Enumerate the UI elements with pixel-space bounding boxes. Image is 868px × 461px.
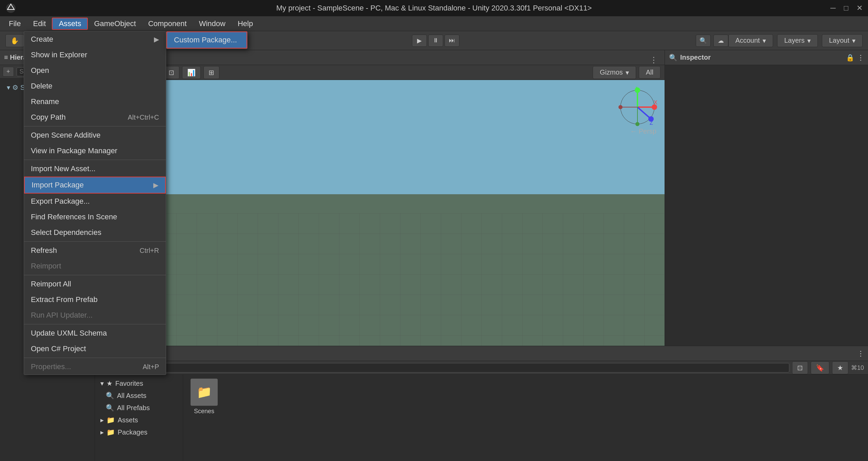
scene-arrow-icon: ▾ [7,83,10,92]
close-button[interactable]: ✕ [856,4,863,13]
persp-label: ← Persp [630,127,656,135]
submenu-custom-package[interactable]: Custom Package... [166,32,247,48]
menu-export-package[interactable]: Export Package... [24,194,166,209]
tree-item-packages[interactable]: ▸ 📁 Packages [95,426,183,438]
separator-4 [24,275,166,275]
menu-copy-path[interactable]: Copy Path Alt+Ctrl+C [24,109,166,125]
svg-text:Z: Z [650,120,653,126]
svg-point-13 [618,105,623,109]
menu-extract-from-prefab[interactable]: Extract From Prefab [24,292,166,307]
separator-1 [24,126,166,126]
properties-shortcut: Alt+P [143,363,159,371]
scenes-folder-icon: 📁 [191,379,218,406]
play-button[interactable]: ▶ [412,35,427,47]
project-star-icon[interactable]: ★ [832,361,848,374]
project-search-input[interactable] [113,363,789,373]
import-new-asset-label: Import New Asset... [31,164,96,173]
account-dropdown[interactable]: Account ▾ [728,34,773,47]
gizmos-label: Gizmos [600,68,623,76]
collab-button[interactable]: 🔍 [696,35,711,47]
delete-label: Delete [31,82,53,91]
menu-item-help[interactable]: Help [232,18,259,30]
svg-text:X: X [654,100,657,105]
view-menu-icon[interactable]: ⋮ [646,55,662,65]
menu-item-edit[interactable]: Edit [27,18,52,30]
toolbar-right: Account ▾ Layers ▾ Layout ▾ [728,34,863,47]
favorites-star-icon: ★ [106,379,113,387]
stats-button[interactable]: 📊 [182,66,201,79]
tree-item-favorites[interactable]: ▾ ★ Favorites [95,377,183,389]
file-item-scenes[interactable]: 📁 Scenes [187,379,221,415]
menu-open[interactable]: Open [24,63,166,78]
select-dependencies-label: Select Dependencies [31,228,101,237]
menu-view-in-package-manager[interactable]: View in Package Manager [24,143,166,159]
project-bookmark-icon[interactable]: 🔖 [811,361,829,374]
menu-update-uxml-schema[interactable]: Update UXML Schema [24,325,166,341]
all-dropdown[interactable]: All [639,66,660,79]
assets-dropdown-menu: Create ▶ Show in Explorer Open Delete Re… [24,31,166,375]
inspector-icon: 🔍 [669,54,677,62]
menu-create[interactable]: Create ▶ [24,32,166,47]
project-filter-icon[interactable]: ⊡ [792,361,808,374]
show-in-explorer-label: Show in Explorer [31,51,87,59]
run-api-updater-label: Run API Updater... [31,311,93,320]
project-menu-icon[interactable]: ⋮ [857,349,864,358]
menu-import-package[interactable]: Import Package ▶ [24,177,166,194]
project-panel: 🔒 Project ⋮ + ⊡ 🔖 ★ ⌘10 ▾ [95,346,868,461]
overlay-button[interactable]: ⊞ [203,66,219,79]
custom-package-label: Custom Package... [174,36,237,44]
inspector-menu-icon[interactable]: ⋮ [857,54,864,62]
tree-item-all-prefabs[interactable]: 🔍 All Prefabs [95,402,183,414]
titlebar: My project - SampleScene - PC, Mac & Lin… [0,0,868,16]
menu-refresh[interactable]: Refresh Ctrl+R [24,243,166,258]
copy-path-label: Copy Path [31,113,66,122]
layout-dropdown[interactable]: Layout ▾ [822,34,863,47]
import-package-submenu: Custom Package... [166,31,248,49]
window-controls: ─ □ ✕ [830,4,863,13]
search-icon: 🔍 [106,392,114,400]
gizmos-dropdown[interactable]: Gizmos ▾ [593,66,636,79]
packages-label: Packages [118,428,147,436]
pause-button[interactable]: ⏸ [428,35,443,47]
hierarchy-add-button[interactable]: + [3,67,14,77]
menu-select-dependencies[interactable]: Select Dependencies [24,225,166,240]
find-references-label: Find References In Scene [31,213,117,221]
account-label: Account [735,37,760,44]
menu-reimport-all[interactable]: Reimport All [24,276,166,292]
menu-item-assets[interactable]: Assets [52,18,88,30]
minimize-button[interactable]: ─ [830,4,836,13]
tree-item-all-assets[interactable]: 🔍 All Assets [95,389,183,402]
cloud-button[interactable]: ☁ [713,35,728,47]
tree-item-assets[interactable]: ▸ 📁 Assets [95,414,183,426]
create-arrow-icon: ▶ [154,35,159,43]
menu-item-gameobject[interactable]: GameObject [88,18,142,30]
menu-show-in-explorer[interactable]: Show in Explorer [24,47,166,63]
maximize-button[interactable]: □ [844,4,848,13]
play-controls: ▶ ⏸ ⏭ [412,35,459,47]
packages-folder-icon: 📁 [106,428,115,436]
menu-run-api-updater: Run API Updater... [24,307,166,323]
menu-open-csharp-project[interactable]: Open C# Project [24,341,166,357]
inspector-header: 🔍 Inspector 🔒 ⋮ [665,50,868,65]
inspector-lock-icon[interactable]: 🔒 [846,54,854,62]
hand-tool-button[interactable]: ✋ [5,34,24,47]
step-button[interactable]: ⏭ [445,35,459,47]
menu-item-component[interactable]: Component [142,18,193,30]
layers-dropdown[interactable]: Layers ▾ [777,34,818,47]
menu-open-scene-additive[interactable]: Open Scene Additive [24,127,166,143]
refresh-shortcut: Ctrl+R [140,247,159,255]
open-label: Open [31,66,49,75]
favorites-label: Favorites [115,380,143,387]
all-label: All [646,68,653,76]
menu-find-references[interactable]: Find References In Scene [24,209,166,225]
menu-delete[interactable]: Delete [24,78,166,94]
search2-icon: 🔍 [106,404,114,412]
rename-label: Rename [31,97,59,106]
menu-rename[interactable]: Rename [24,94,166,109]
menu-import-new-asset[interactable]: Import New Asset... [24,161,166,177]
menu-item-file[interactable]: File [3,18,27,30]
menu-item-window[interactable]: Window [193,18,232,30]
favorites-arrow-icon: ▾ [100,379,104,387]
layers-chevron-icon: ▾ [807,37,811,45]
gizmos-chevron-icon: ▾ [626,68,629,77]
